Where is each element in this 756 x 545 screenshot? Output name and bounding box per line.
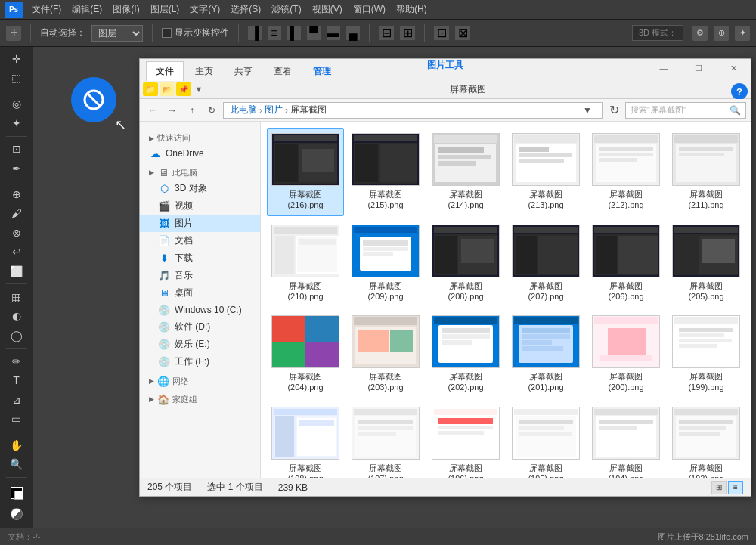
menu-edit[interactable]: 编辑(E)	[67, 2, 107, 17]
blur-tool[interactable]: ◐	[5, 308, 29, 325]
file-200[interactable]: 屏幕截图(200).png	[587, 310, 665, 398]
file-203[interactable]: 屏幕截图(203).png	[347, 310, 424, 398]
menu-view[interactable]: 视图(V)	[308, 2, 347, 17]
view-large-icons-btn[interactable]: ⊞	[711, 481, 727, 494]
file-193[interactable]: 屏幕截图(193).png	[668, 401, 745, 478]
menu-window[interactable]: 窗口(W)	[349, 2, 390, 17]
file-199[interactable]: 屏幕截图(199).png	[668, 310, 745, 398]
eraser-tool[interactable]: ⬜	[5, 262, 29, 280]
dist-v-btn[interactable]: ⊞	[400, 26, 415, 40]
refresh-btn[interactable]: ↻	[606, 102, 622, 119]
align-more1-btn[interactable]: ⊡	[434, 26, 449, 40]
dropdown-arrow-tb[interactable]: ▼	[193, 82, 205, 96]
file-214[interactable]: 屏幕截图(214).png	[427, 128, 504, 216]
file-195[interactable]: 屏幕截图(195).png	[507, 401, 584, 478]
tab-manage[interactable]: 管理	[303, 61, 341, 81]
menu-text[interactable]: 文字(Y)	[185, 2, 225, 17]
marquee-tool[interactable]: ⬚	[5, 69, 29, 86]
addr-pc[interactable]: 此电脑	[230, 104, 257, 116]
file-194[interactable]: 屏幕截图(194).png	[587, 401, 665, 478]
type-tool[interactable]: T	[5, 372, 29, 389]
file-208[interactable]: 屏幕截图(208).png	[427, 219, 504, 308]
new-folder-icon-tb[interactable]: 📂	[160, 82, 175, 96]
file-213[interactable]: 屏幕截图(213).png	[507, 128, 584, 216]
file-212[interactable]: 屏幕截图(212).png	[587, 128, 665, 216]
addr-dropdown-btn[interactable]: ▼	[579, 102, 596, 119]
align-vcenter-btn[interactable]: ▬	[327, 26, 340, 40]
file-206[interactable]: 屏幕截图(206).png	[587, 219, 665, 308]
transform-control-label[interactable]: 显示变换控件	[162, 26, 229, 39]
tab-view[interactable]: 查看	[264, 61, 302, 81]
maximize-btn[interactable]: ☐	[681, 56, 716, 80]
file-202[interactable]: 屏幕截图(202).png	[427, 310, 504, 398]
align-bottom-btn[interactable]: ▄	[346, 26, 360, 40]
nav-section-homegroup[interactable]: ▶ 🏠 家庭组	[140, 389, 260, 407]
settings-icon-2[interactable]: ⊕	[714, 26, 729, 41]
nav-music[interactable]: 🎵 音乐	[140, 267, 260, 284]
align-left-btn[interactable]: ▐	[248, 26, 262, 40]
settings-icon-3[interactable]: ✦	[735, 26, 750, 41]
zoom-tool[interactable]: 🔍	[5, 455, 29, 472]
quick-mask-tool[interactable]	[5, 505, 29, 522]
nav-3d-objects[interactable]: ⬡ 3D 对象	[140, 180, 260, 197]
close-btn[interactable]: ✕	[716, 56, 751, 80]
file-196[interactable]: 屏幕截图(196).png	[427, 401, 504, 478]
hand-tool[interactable]: ✋	[5, 436, 29, 454]
nav-section-network[interactable]: ▶ 🌐 网络	[140, 370, 260, 389]
back-btn[interactable]: ←	[144, 102, 161, 119]
auto-select-dropdown[interactable]: 图层 组	[91, 25, 143, 42]
magic-wand-tool[interactable]: ✦	[5, 114, 29, 132]
nav-work-f[interactable]: 💿 工作 (F:)	[140, 353, 260, 370]
foreground-color[interactable]	[5, 485, 29, 502]
nav-entertainment-e[interactable]: 💿 娱乐 (E:)	[140, 336, 260, 353]
recent-btn[interactable]: ↻	[203, 102, 220, 119]
nav-windows-c[interactable]: 💿 Windows 10 (C:)	[140, 302, 260, 318]
shape-tool[interactable]: ▭	[5, 410, 29, 428]
align-center-btn[interactable]: ≡	[268, 26, 281, 40]
dodge-tool[interactable]: ◯	[5, 327, 29, 344]
menu-filter[interactable]: 滤镜(T)	[267, 2, 305, 17]
menu-layer[interactable]: 图层(L)	[146, 2, 184, 17]
file-201[interactable]: 屏幕截图(201).png	[507, 310, 584, 398]
brush-tool[interactable]: 🖌	[5, 204, 29, 221]
menu-file[interactable]: 文件(F)	[27, 2, 66, 17]
lasso-tool[interactable]: ◎	[5, 95, 29, 113]
file-198[interactable]: 屏幕截图(198).png	[267, 401, 344, 478]
file-204[interactable]: 屏幕截图(204).png	[267, 310, 344, 398]
clone-tool[interactable]: ⊗	[5, 224, 29, 241]
dist-h-btn[interactable]: ⊟	[379, 26, 394, 40]
healing-tool[interactable]: ⊕	[5, 185, 29, 203]
history-brush[interactable]: ↩	[5, 243, 29, 260]
file-215[interactable]: 屏幕截图(215).png	[347, 128, 424, 216]
align-top-btn[interactable]: ▀	[307, 26, 321, 40]
align-more2-btn[interactable]: ⊠	[455, 26, 470, 40]
move-tool[interactable]: ✛	[5, 50, 29, 67]
nav-desktop[interactable]: 🖥 桌面	[140, 284, 260, 302]
folder-pin-icon-tb[interactable]: 📌	[176, 82, 191, 96]
nav-onedrive[interactable]: ☁ OneDrive	[140, 145, 260, 162]
view-details-btn[interactable]: ≡	[728, 481, 743, 494]
up-btn[interactable]: ↑	[184, 102, 200, 119]
minimize-btn[interactable]: —	[646, 56, 681, 80]
crop-tool[interactable]: ⊡	[5, 140, 29, 157]
tab-file[interactable]: 文件	[146, 61, 184, 81]
explorer-files[interactable]: 屏幕截图(216).png	[261, 122, 751, 478]
3d-mode-btn[interactable]: 3D 模式：	[632, 25, 683, 41]
settings-icon-1[interactable]: ⚙	[692, 26, 708, 41]
align-right-btn[interactable]: ▌	[287, 26, 301, 40]
file-211[interactable]: 屏幕截图(211).png	[668, 128, 745, 216]
menu-image[interactable]: 图像(I)	[108, 2, 144, 17]
menu-select[interactable]: 选择(S)	[226, 2, 265, 17]
path-tool[interactable]: ⊿	[5, 391, 29, 408]
eyedropper-tool[interactable]: ✒	[5, 159, 29, 177]
tab-home[interactable]: 主页	[185, 61, 223, 81]
forward-btn[interactable]: →	[164, 102, 181, 119]
nav-section-quick[interactable]: ▶ 快速访问	[140, 128, 260, 145]
nav-documents[interactable]: 📄 文档	[140, 232, 260, 249]
nav-video[interactable]: 🎬 视频	[140, 197, 260, 215]
file-210[interactable]: 屏幕截图(210).png	[267, 219, 344, 308]
tab-share[interactable]: 共享	[225, 61, 262, 81]
file-207[interactable]: 屏幕截图(207).png	[507, 219, 584, 308]
file-209[interactable]: 屏幕截图(209).png	[347, 219, 424, 308]
addr-pictures[interactable]: 图片	[265, 104, 283, 116]
